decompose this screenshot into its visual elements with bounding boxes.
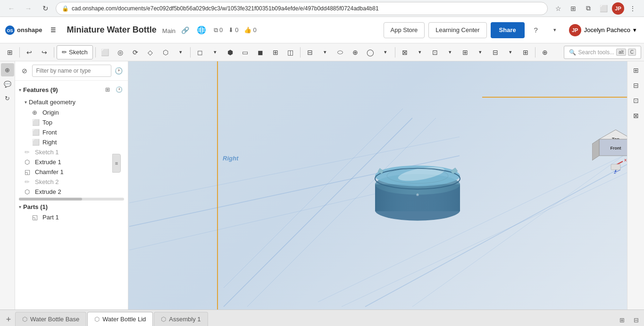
left-icon-btn-2[interactable]: 💬 xyxy=(1,77,14,91)
right-panel-btn-1[interactable]: ⊞ xyxy=(629,63,643,77)
left-icon-btn-1[interactable]: ⊕ xyxy=(1,63,14,76)
toolbar-btn-21[interactable]: ▾ xyxy=(413,45,427,59)
toolbar-btn-16[interactable]: ⬭ xyxy=(333,45,347,59)
toolbar-btn-1[interactable]: ⬜ xyxy=(98,45,112,59)
orange-line-vertical xyxy=(217,61,218,309)
toolbar-btn-12[interactable]: ⊞ xyxy=(268,45,283,59)
bottom-icon-btn-2[interactable]: ⊟ xyxy=(630,314,642,326)
right-panel-btn-3[interactable]: ⊡ xyxy=(629,93,643,108)
toolbar-btn-17[interactable]: ⊕ xyxy=(348,45,362,59)
toolbar-btn-14[interactable]: ⊟ xyxy=(303,45,317,59)
tree-item-sketch1[interactable]: ✏ Sketch 1 xyxy=(15,147,128,157)
toolbar-btn-24[interactable]: ⊞ xyxy=(458,45,472,59)
browser-ext-button[interactable]: ⊞ xyxy=(567,2,580,15)
browser-star-button[interactable]: ☆ xyxy=(552,2,565,15)
tree-item-extrude1[interactable]: ⬡ Extrude 1 xyxy=(15,157,128,167)
add-tab-button[interactable]: + xyxy=(2,313,15,326)
features-settings-btn[interactable]: 🕐 xyxy=(114,84,124,95)
toolbar-sep-5 xyxy=(300,47,301,58)
toolbar-btn-5[interactable]: ⬡ xyxy=(159,45,173,59)
search-shortcut: alt xyxy=(616,49,626,56)
toolbar-btn-7[interactable]: ◻ xyxy=(193,45,207,59)
tab-assembly-1[interactable]: ⬡ Assembly 1 xyxy=(154,312,208,326)
browser-puzzle-button[interactable]: ⧉ xyxy=(582,2,595,15)
orange-line-horizontal xyxy=(482,97,644,98)
undo-button[interactable]: ↩ xyxy=(22,45,36,59)
right-label: Right xyxy=(42,139,57,146)
sidebar-collapse-button[interactable]: ≡ xyxy=(112,154,121,173)
toolbar-btn-19[interactable]: ▾ xyxy=(378,45,393,59)
share-button[interactable]: Share xyxy=(491,22,525,38)
tab-base-icon: ⬡ xyxy=(22,316,27,323)
toolbar-search[interactable]: 🔍 Search tools... alt C xyxy=(564,46,641,59)
back-button[interactable]: ← xyxy=(5,2,18,15)
parts-section-header[interactable]: ▾ Parts (1) xyxy=(15,201,128,212)
viewport[interactable]: Right xyxy=(128,61,644,309)
user-name: Jocelyn Pacheco xyxy=(584,26,630,33)
refresh-button[interactable]: ↻ xyxy=(39,2,52,15)
tab-water-bottle-lid[interactable]: ⬡ Water Bottle Lid xyxy=(87,312,153,326)
sidebar-filter-icon-btn[interactable]: ⊘ xyxy=(19,64,30,77)
toolbar-btn-23[interactable]: ▾ xyxy=(443,45,457,59)
sketch-button[interactable]: ✏ Sketch xyxy=(57,45,93,59)
hamburger-button[interactable]: ☰ xyxy=(46,23,61,38)
doc-stat-pin: ⬇ 0 xyxy=(228,26,238,33)
sidebar-scrollbar[interactable] xyxy=(19,198,124,201)
tree-item-top[interactable]: ⬜ Top xyxy=(15,117,128,127)
toolbar-btn-25[interactable]: ▾ xyxy=(473,45,487,59)
toolbar-btn-13[interactable]: ◫ xyxy=(284,45,298,59)
help-button[interactable]: ? xyxy=(528,23,544,38)
toolbar-btn-10[interactable]: ▭ xyxy=(238,45,252,59)
bottom-icon-btn-1[interactable]: ⊞ xyxy=(616,314,628,326)
tree-item-right[interactable]: ⬜ Right xyxy=(15,137,128,147)
link-icon[interactable]: 🔗 xyxy=(181,26,189,34)
sidebar-clock-btn[interactable]: 🕐 xyxy=(113,64,125,77)
top-plane-icon: ⬜ xyxy=(32,119,40,126)
tree-item-sketch2[interactable]: ✏ Sketch 2 xyxy=(15,177,128,187)
tree-item-origin[interactable]: ⊕ Origin xyxy=(15,108,128,117)
browser-menu-button[interactable]: ⋮ xyxy=(626,2,639,15)
learning-center-button[interactable]: Learning Center xyxy=(428,22,486,38)
toolbar-btn-8[interactable]: ▾ xyxy=(208,45,222,59)
toolbar-zoom-button[interactable]: ⊕ xyxy=(538,45,552,59)
toolbar-btn-9[interactable]: ⬢ xyxy=(223,45,237,59)
toolbar-btn-4[interactable]: ◇ xyxy=(143,45,158,59)
tab-water-bottle-base[interactable]: ⬡ Water Bottle Base xyxy=(15,312,86,326)
toolbar-btn-15[interactable]: ▾ xyxy=(318,45,332,59)
toolbar-align-button[interactable]: ⊞ xyxy=(3,45,17,59)
address-bar[interactable]: 🔒 cad.onshape.com/documents/e7ec092df5b0… xyxy=(56,2,548,15)
features-section-header[interactable]: ▾ Features (9) ⊞ 🕐 xyxy=(15,83,128,97)
lock-icon: 🔒 xyxy=(62,5,69,12)
globe-icon[interactable]: 🌐 xyxy=(197,25,206,34)
toolbar-sep-6 xyxy=(395,47,395,58)
toolbar-btn-26[interactable]: ⊟ xyxy=(488,45,502,59)
help-chevron-button[interactable]: ▾ xyxy=(547,23,562,38)
toolbar-btn-6[interactable]: ▾ xyxy=(174,45,188,59)
toolbar-btn-11[interactable]: ◼ xyxy=(253,45,268,59)
toolbar-sep-1 xyxy=(19,47,20,58)
tree-item-extrude2[interactable]: ⬡ Extrude 2 xyxy=(15,187,128,197)
features-filter-input[interactable] xyxy=(32,65,111,77)
toolbar-btn-3[interactable]: ⟳ xyxy=(128,45,142,59)
features-add-btn[interactable]: ⊞ xyxy=(102,84,113,95)
toolbar-btn-2[interactable]: ◎ xyxy=(113,45,127,59)
toolbar-btn-27[interactable]: ▾ xyxy=(503,45,518,59)
toolbar-btn-18[interactable]: ◯ xyxy=(363,45,377,59)
left-icon-btn-3[interactable]: ↻ xyxy=(1,92,14,105)
right-panel-btn-4[interactable]: ⊠ xyxy=(629,109,643,123)
browser-fullscreen-button[interactable]: ⬜ xyxy=(597,2,610,15)
svg-text:OS: OS xyxy=(7,28,13,33)
toolbar-btn-20[interactable]: ⊠ xyxy=(398,45,412,59)
tree-item-part1[interactable]: ◱ Part 1 xyxy=(15,212,128,222)
app-store-button[interactable]: App Store xyxy=(384,22,425,38)
tree-item-chamfer1[interactable]: ◱ Chamfer 1 xyxy=(15,167,128,177)
user-area[interactable]: JP Jocelyn Pacheco ▾ xyxy=(566,22,639,38)
redo-button[interactable]: ↪ xyxy=(37,45,51,59)
right-panel-btn-2[interactable]: ⊟ xyxy=(629,78,643,92)
tree-item-front[interactable]: ⬜ Front xyxy=(15,127,128,137)
forward-button[interactable]: → xyxy=(22,2,35,15)
default-geometry-header[interactable]: ▾ Default geometry xyxy=(15,97,128,108)
search-placeholder: Search tools... xyxy=(578,49,614,56)
toolbar-btn-28[interactable]: ⊞ xyxy=(519,45,533,59)
toolbar-btn-22[interactable]: ⊡ xyxy=(428,45,442,59)
